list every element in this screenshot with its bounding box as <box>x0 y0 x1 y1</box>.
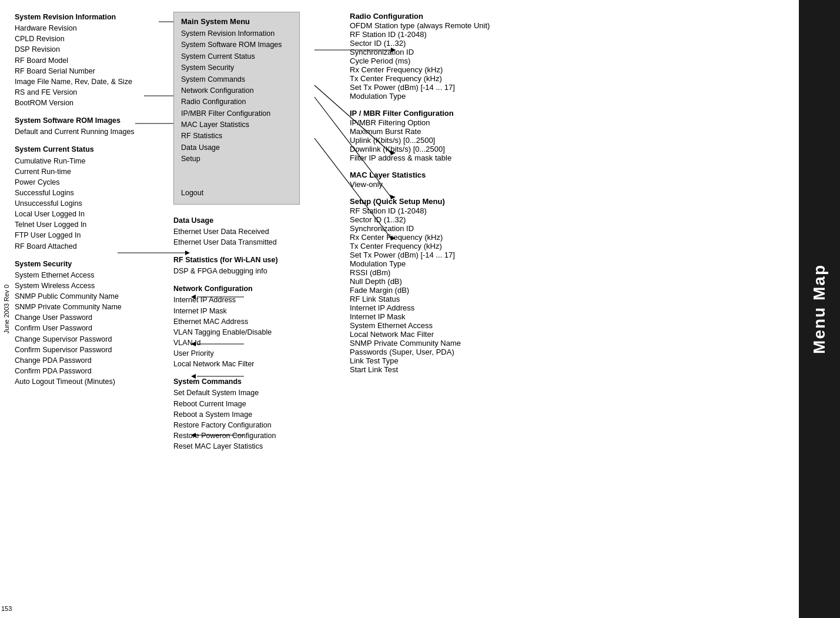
item: Uplink (Kbits/s) [0...2500] <box>350 136 796 145</box>
title-system-software: System Software ROM Images <box>15 115 173 126</box>
item: System Ethernet Access <box>350 321 796 330</box>
item: Local User Logged In <box>15 209 173 219</box>
menu-item-blank2 <box>181 176 292 188</box>
item: Current Run-time <box>15 166 173 177</box>
item: Set Tx Power (dBm) [-14 ... 17] <box>350 83 796 92</box>
item: Restore Factory Configuration <box>173 420 314 430</box>
below-menu-sections: Data Usage Ethernet User Data Received E… <box>173 215 314 452</box>
title-mac-stats: MAC Layer Statistics <box>350 171 796 179</box>
item: IP/MBR Filtering Option <box>350 118 796 127</box>
item: View-only <box>350 180 796 189</box>
item: Downlink (Kbits/s) [0...2500] <box>350 145 796 153</box>
item: Reset MAC Layer Statistics <box>173 441 314 452</box>
item: Fade Margin (dB) <box>350 286 796 295</box>
item: Maximum Burst Rate <box>350 127 796 136</box>
menu-item-security: System Security <box>181 62 292 74</box>
section-system-current: System Current Status Cumulative Run-Tim… <box>15 144 173 251</box>
item: Change PDA Password <box>15 355 173 366</box>
item: Auto Logout Timeout (Minutes) <box>15 376 173 387</box>
item: SNMP Public Community Name <box>15 291 173 302</box>
columns-container: System Revision Information Hardware Rev… <box>15 9 796 600</box>
item: Modulation Type <box>350 259 796 268</box>
item: Sector ID (1..32) <box>350 215 796 224</box>
item: Local Network Mac Filter <box>173 359 314 369</box>
center-network-config: Network Configuration Internet IP Addres… <box>173 283 314 369</box>
item: Rx Center Frequency (kHz) <box>350 65 796 74</box>
item: Internet IP Mask <box>173 306 314 316</box>
item: System Wireless Access <box>15 280 173 291</box>
menu-item-network: Network Configuration <box>181 85 292 96</box>
item: User Priority <box>173 348 314 359</box>
item: Internet IP Address <box>350 303 796 312</box>
item: RS and FE Version <box>15 87 173 98</box>
section-mac-stats: MAC Layer Statistics View-only <box>350 171 796 189</box>
menu-item-rf: RF Statistics <box>181 131 292 142</box>
left-column: System Revision Information Hardware Rev… <box>15 9 173 600</box>
section-system-software: System Software ROM Images Default and C… <box>15 115 173 137</box>
item: RF Board Model <box>15 55 173 66</box>
item: FTP User Logged In <box>15 230 173 240</box>
item: Set Tx Power (dBm) [-14 ... 17] <box>350 250 796 259</box>
item: RSSI (dBm) <box>350 268 796 277</box>
section-system-security: System Security System Ethernet Access S… <box>15 259 173 387</box>
item: Reboot a System Image <box>173 409 314 420</box>
item: DSP Revision <box>15 44 173 55</box>
item: Cycle Period (ms) <box>350 56 796 65</box>
item: Ethernet MAC Address <box>173 316 314 327</box>
title-system-current: System Current Status <box>15 144 173 155</box>
menu-item-software: System Software ROM Images <box>181 39 292 51</box>
item: Tx Center Frequency (kHz) <box>350 242 796 250</box>
item: Image File Name, Rev, Date, & Size <box>15 76 173 87</box>
item: Successful Logins <box>15 188 173 198</box>
item: Local Network Mac Filter <box>350 330 796 339</box>
item: Modulation Type <box>350 92 796 101</box>
item: RF Board Serial Number <box>15 66 173 76</box>
right-column: Radio Configuration OFDM Station type (a… <box>314 9 796 600</box>
item: Change User Password <box>15 312 173 323</box>
item: Power Cycles <box>15 177 173 188</box>
item: Ethernet User Data Transmitted <box>173 237 314 248</box>
page-number: 153 <box>1 605 12 612</box>
title-radio-config: Radio Configuration <box>350 12 796 21</box>
item: Passwords (Super, User, PDA) <box>350 348 796 356</box>
item: Confirm PDA Password <box>15 366 173 376</box>
center-system-commands: System Commands Set Default System Image… <box>173 376 314 452</box>
item: Cumulative Run-Time <box>15 156 173 166</box>
item: Tx Center Frequency (kHz) <box>350 74 796 83</box>
section-radio-config: Radio Configuration OFDM Station type (a… <box>350 12 796 101</box>
item: Confirm Supervisor Password <box>15 345 173 355</box>
menu-item-blank1 <box>181 165 292 176</box>
item: RF Link Status <box>350 295 796 303</box>
item: Telnet User Logged In <box>15 219 173 230</box>
item: Ethernet User Data Received <box>173 226 314 237</box>
main-content: System Revision Information Hardware Rev… <box>15 9 796 600</box>
item: Unsuccessful Logins <box>15 198 173 209</box>
item: SNMP Private Community Name <box>350 339 796 348</box>
menu-item-logout: Logout <box>181 188 292 199</box>
sidebar: Menu Map <box>799 0 840 618</box>
item: SNMP Private Community Name <box>15 302 173 312</box>
item: Restore Poweron Configuration <box>173 430 314 441</box>
menu-item-radio: Radio Configuration <box>181 96 292 108</box>
title-system-commands: System Commands <box>173 376 314 387</box>
item: Link Test Type <box>350 356 796 365</box>
date-label: June 2003 Rev 0 <box>0 0 13 618</box>
menu-item-commands: System Commands <box>181 74 292 85</box>
item: Synchronization ID <box>350 224 796 233</box>
item: Set Default System Image <box>173 387 314 398</box>
item: Sector ID (1..32) <box>350 39 796 48</box>
item: OFDM Station type (always Remote Unit) <box>350 21 796 30</box>
item: Change Supervisor Password <box>15 334 173 345</box>
menu-item-mac: MAC Layer Statistics <box>181 119 292 131</box>
item: System Ethernet Access <box>15 270 173 280</box>
center-data-usage: Data Usage Ethernet User Data Received E… <box>173 215 314 248</box>
main-menu-box: Main System Menu System Revision Informa… <box>173 12 300 205</box>
item: Confirm User Password <box>15 323 173 333</box>
item: RF Board Attached <box>15 241 173 252</box>
menu-item-ipmbr: IP/MBR Filter Configuration <box>181 108 292 119</box>
item: Null Depth (dB) <box>350 277 796 286</box>
item: Start Link Test <box>350 365 796 374</box>
section-system-revision: System Revision Information Hardware Rev… <box>15 12 173 108</box>
title-setup-quick: Setup (Quick Setup Menu) <box>350 197 796 206</box>
item: Reboot Current Image <box>173 399 314 409</box>
